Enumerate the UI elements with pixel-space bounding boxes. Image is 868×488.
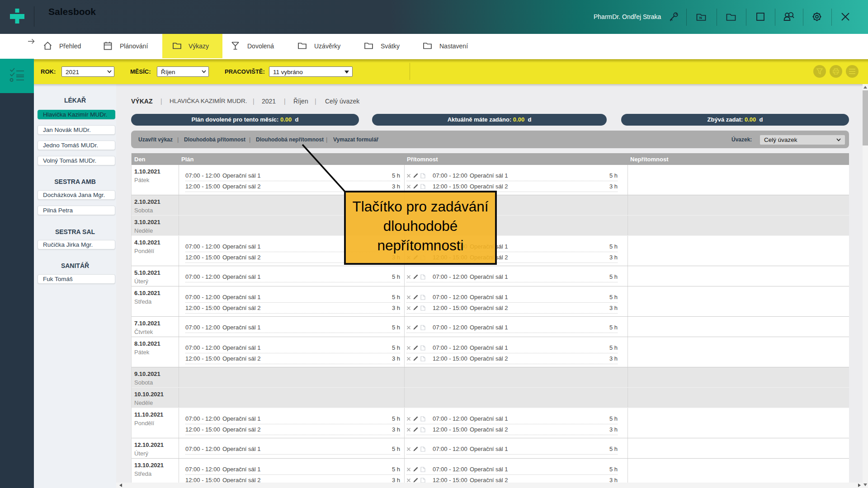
svg-text:N: N [699, 16, 702, 20]
